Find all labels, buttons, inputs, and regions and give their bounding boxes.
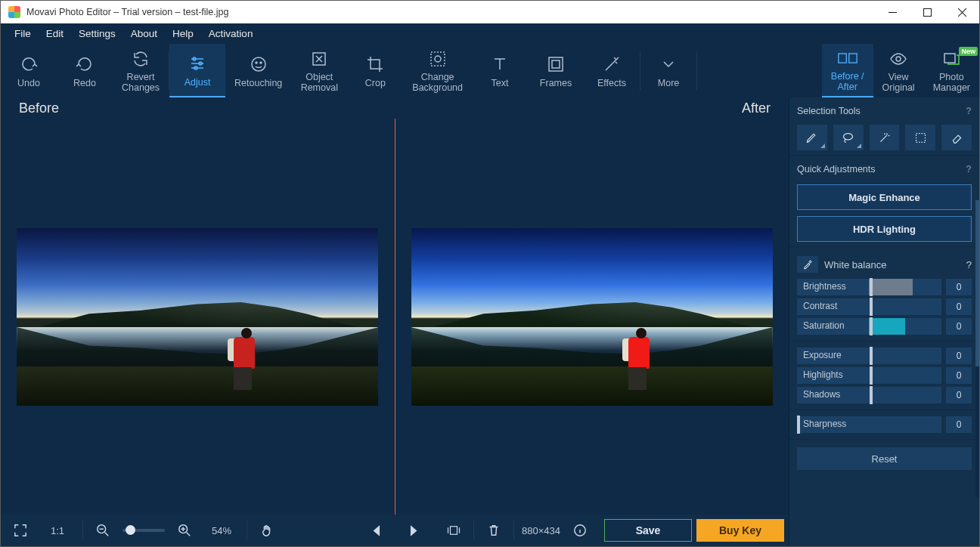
selection-tools-title: Selection Tools: [797, 106, 861, 116]
bottom-bar: 1:1 54% 880×: [1, 515, 789, 546]
retouching-tab[interactable]: Retouching: [225, 44, 291, 97]
minimize-button[interactable]: [875, 1, 910, 23]
saturation-slider[interactable]: Saturation 0: [797, 317, 972, 336]
app-logo-icon: [8, 6, 20, 18]
save-button[interactable]: Save: [604, 519, 692, 542]
adjust-icon: [188, 53, 207, 74]
maximize-button[interactable]: [910, 1, 944, 23]
fit-label[interactable]: 1:1: [40, 525, 75, 536]
lasso-selection-button[interactable]: [833, 125, 864, 150]
svg-rect-13: [848, 54, 856, 63]
menu-activation[interactable]: Activation: [201, 25, 261, 42]
menu-settings[interactable]: Settings: [71, 25, 123, 42]
crop-tab[interactable]: Crop: [347, 44, 403, 97]
svg-rect-11: [552, 60, 560, 68]
white-balance-eyedropper[interactable]: [797, 256, 818, 273]
before-label: Before: [19, 100, 59, 116]
scrollbar[interactable]: [975, 200, 979, 498]
filmstrip-button[interactable]: [442, 519, 466, 542]
zoom-slider[interactable]: [122, 529, 165, 532]
change-background-icon: [428, 48, 448, 70]
svg-rect-12: [839, 54, 846, 63]
sharpness-value[interactable]: 0: [946, 416, 972, 433]
app-window: Movavi Photo Editor – Trial version – te…: [0, 0, 980, 547]
saturation-value[interactable]: 0: [946, 318, 972, 335]
exposure-slider[interactable]: Exposure 0: [797, 346, 972, 366]
reset-button[interactable]: Reset: [797, 447, 972, 470]
buy-key-button[interactable]: Buy Key: [696, 519, 784, 542]
magic-enhance-button[interactable]: Magic Enhance: [797, 184, 972, 210]
photo-manager-button[interactable]: New Photo Manager: [924, 44, 979, 97]
frames-tab[interactable]: Frames: [528, 44, 584, 97]
zoom-in-button[interactable]: [172, 519, 197, 542]
after-label: After: [742, 100, 771, 116]
canvas-area: Before After 1:1: [1, 97, 789, 546]
contrast-value[interactable]: 0: [946, 298, 972, 315]
highlights-value[interactable]: 0: [946, 367, 972, 384]
exposure-value[interactable]: 0: [946, 348, 972, 364]
text-icon: [490, 54, 510, 75]
more-tab[interactable]: More: [640, 44, 696, 97]
menu-help[interactable]: Help: [165, 25, 201, 42]
brightness-value[interactable]: 0: [946, 279, 972, 295]
image-dimensions: 880×434: [522, 525, 560, 536]
svg-point-14: [896, 57, 901, 61]
view-original-button[interactable]: View Original: [873, 44, 924, 97]
sharpness-slider[interactable]: Sharpness 0: [797, 415, 972, 434]
next-image-button[interactable]: [401, 519, 425, 542]
prev-image-button[interactable]: [364, 519, 389, 542]
revert-button[interactable]: Revert Changes: [113, 44, 169, 97]
svg-point-5: [256, 62, 257, 63]
hand-tool-button[interactable]: [255, 519, 279, 542]
crop-icon: [365, 54, 385, 75]
magic-wand-button[interactable]: [870, 125, 900, 150]
undo-icon: [19, 54, 39, 75]
effects-icon: [602, 54, 622, 75]
chevron-down-icon: [659, 54, 678, 75]
svg-point-19: [844, 133, 853, 140]
before-view[interactable]: [1, 119, 395, 515]
after-view[interactable]: [395, 119, 789, 515]
menu-edit[interactable]: Edit: [39, 25, 71, 42]
contrast-slider[interactable]: Contrast 0: [797, 297, 972, 317]
before-after-button[interactable]: Before / After: [822, 44, 873, 97]
help-icon[interactable]: ?: [966, 164, 972, 175]
svg-rect-17: [451, 527, 457, 535]
object-removal-tab[interactable]: Object Removal: [291, 44, 347, 97]
help-icon[interactable]: ?: [966, 106, 972, 116]
text-tab[interactable]: Text: [472, 44, 528, 97]
svg-point-6: [260, 62, 262, 63]
info-button[interactable]: [568, 519, 592, 542]
shadows-slider[interactable]: Shadows 0: [797, 385, 972, 405]
revert-icon: [131, 48, 150, 70]
highlights-slider[interactable]: Highlights 0: [797, 366, 972, 385]
brush-selection-button[interactable]: [797, 125, 827, 150]
marquee-selection-button[interactable]: [905, 125, 935, 150]
redo-button[interactable]: Redo: [57, 44, 113, 97]
menu-about[interactable]: About: [123, 25, 165, 42]
undo-button[interactable]: Undo: [1, 44, 57, 97]
delete-button[interactable]: [482, 519, 506, 542]
help-icon[interactable]: ?: [966, 259, 972, 270]
white-balance-label: White balance: [824, 259, 886, 270]
change-background-tab[interactable]: Change Background: [403, 44, 472, 97]
svg-point-4: [252, 57, 265, 71]
window-title: Movavi Photo Editor – Trial version – te…: [26, 7, 875, 17]
hdr-lighting-button[interactable]: HDR Lighting: [797, 216, 972, 242]
adjust-tab[interactable]: Adjust: [169, 44, 225, 97]
menu-file[interactable]: File: [7, 25, 39, 42]
quick-adjustments-title: Quick Adjustments: [797, 164, 876, 175]
main-toolbar: Undo Redo Revert Changes Adjust Retouchi…: [1, 44, 979, 97]
brightness-slider[interactable]: Brightness 0: [797, 277, 972, 297]
fullscreen-button[interactable]: [8, 519, 33, 542]
svg-rect-10: [549, 57, 563, 71]
close-button[interactable]: [944, 1, 979, 23]
effects-tab[interactable]: Effects: [584, 44, 640, 97]
eye-icon: [889, 48, 908, 70]
shadows-value[interactable]: 0: [946, 387, 972, 403]
zoom-out-button[interactable]: [91, 519, 115, 542]
eraser-button[interactable]: [941, 125, 972, 150]
zoom-value: 54%: [204, 525, 239, 536]
svg-rect-0: [923, 8, 931, 16]
redo-icon: [75, 54, 95, 75]
